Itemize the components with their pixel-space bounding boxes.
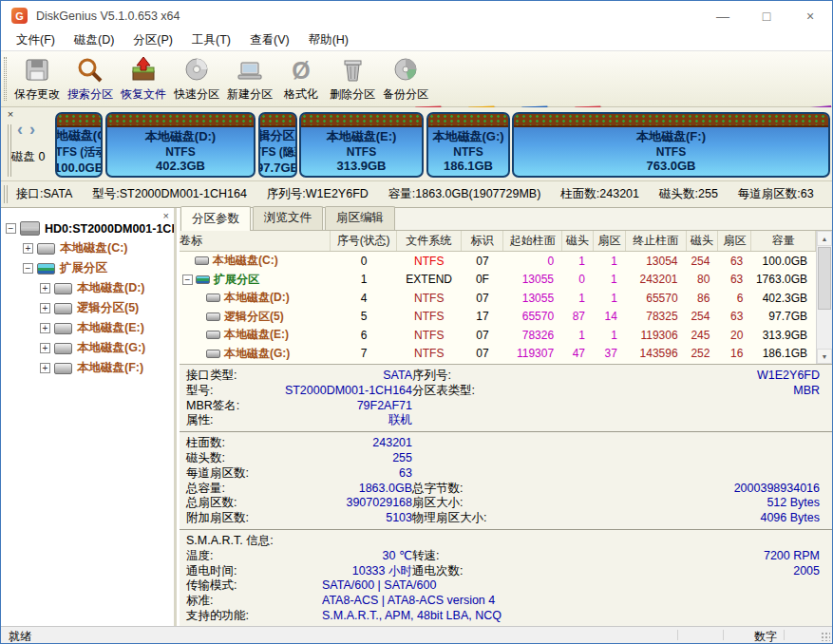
disk-graph-panel: × ‹› 磁盘 0 本地磁盘(C:)NTFS (活动)100.0GB 本地磁盘(… (1, 107, 832, 181)
tree-node-e[interactable]: + 本地磁盘(E:) (6, 318, 174, 338)
disk-icon (20, 221, 40, 236)
partition-icon (206, 294, 220, 302)
partition-type-strip (514, 114, 828, 127)
partition-icon (37, 243, 55, 255)
tree-panel: × − HD0:ST2000DM001-1CH164 + 本地磁盘(C:) − … (1, 208, 177, 626)
details-geometry-section: 柱面数:243201 磁头数:255 每道扇区数:63 总容量:1863.0GB… (180, 432, 832, 530)
partition-block-g[interactable]: 本地磁盘(G:)NTFS186.1GB (426, 112, 510, 178)
tree-node-disk0[interactable]: − HD0:ST2000DM001-1CH164 (6, 218, 174, 238)
save-icon (23, 56, 51, 85)
menu-view[interactable]: 查看(V) (240, 32, 299, 48)
tab-browse-files[interactable]: 浏览文件 (253, 206, 323, 230)
table-row[interactable]: 本地磁盘(D:) 4NTFS 0713055 11 6557086 6402.3… (180, 289, 816, 308)
partition-block-f[interactable]: 本地磁盘(F:)NTFS763.0GB (512, 112, 830, 178)
recover-files-button[interactable]: 恢复文件 (117, 52, 170, 105)
expand-icon[interactable]: + (40, 283, 50, 294)
expand-icon[interactable]: + (23, 243, 33, 254)
status-bar: 就绪 数字 (1, 626, 832, 643)
partition-icon (54, 343, 72, 354)
disk-model: 型号:ST2000DM001-1CH164 (92, 186, 247, 202)
partition-icon (195, 256, 209, 265)
table-row[interactable]: 本地磁盘(E:) 6NTFS 0778326 11 119306245 2031… (180, 326, 816, 345)
disk-info-strip: 接口:SATA 型号:ST2000DM001-1CH164 序列号:W1E2Y6… (1, 181, 832, 208)
disk-number-label: 磁盘 0 (11, 149, 45, 165)
partition-icon (206, 350, 220, 358)
partition-type-strip (107, 114, 254, 127)
partition-type-strip (301, 114, 422, 127)
partition-table: 卷标序号(状态) 文件系统标识 起始柱面磁头 扇区终止柱面 磁头扇区 容量 本地… (180, 231, 816, 364)
partition-icon (206, 313, 220, 321)
status-separator (784, 630, 785, 640)
toolbar-grip[interactable] (4, 57, 7, 101)
menu-disk[interactable]: 磁盘(D) (65, 32, 123, 48)
table-scrollbar[interactable]: ▲ ▼ (816, 231, 832, 364)
minimize-button[interactable]: — (701, 1, 745, 30)
menu-partition[interactable]: 分区(P) (123, 32, 182, 48)
format-button[interactable]: Ø 格式化 (276, 52, 326, 105)
menu-help[interactable]: 帮助(H) (299, 32, 358, 48)
table-row[interactable]: 逻辑分区(5) 5NTFS 1765570 8714 78325254 6397… (180, 308, 816, 327)
tree-node-g[interactable]: + 本地磁盘(G:) (6, 338, 174, 358)
search-partition-button[interactable]: 搜索分区 (64, 52, 117, 105)
resize-grip[interactable] (821, 632, 830, 641)
maximize-button[interactable]: □ (745, 1, 788, 30)
status-separator (677, 630, 678, 640)
disk-nav-arrows[interactable]: ‹› (17, 120, 42, 140)
partition-type-strip (260, 114, 295, 127)
tree-node-logical5[interactable]: + 逻辑分区(5) (6, 298, 174, 318)
collapse-icon[interactable]: − (182, 275, 193, 285)
table-row[interactable]: 本地磁盘(G:) 7NTFS 07119307 4737 143596252 1… (180, 345, 816, 364)
menu-bar: 文件(F) 磁盘(D) 分区(P) 工具(T) 查看(V) 帮助(H) (1, 30, 832, 51)
save-changes-button[interactable]: 保存更改 (10, 52, 64, 105)
partition-block-d[interactable]: 本地磁盘(D:)NTFS402.3GB (105, 112, 256, 178)
disk-serial: 序列号:W1E2Y6FD (267, 186, 369, 202)
status-text: 就绪 (9, 629, 31, 644)
smart-title: S.M.A.R.T. 信息: (186, 534, 832, 549)
table-row[interactable]: −扩展分区 1EXTEND 0F13055 01 24320180 631763… (180, 271, 816, 290)
tab-sector-edit[interactable]: 扇区编辑 (325, 206, 395, 230)
format-icon: Ø (292, 56, 310, 85)
tree-node-d[interactable]: + 本地磁盘(D:) (6, 278, 174, 298)
expand-icon[interactable]: + (40, 363, 50, 373)
scroll-up-icon[interactable]: ▲ (817, 231, 832, 246)
disk-details: 接口类型:SATA序列号:W1E2Y6FD 型号:ST2000DM001-1CH… (180, 364, 832, 626)
table-row[interactable]: 本地磁盘(C:) 0NTFS 070 11 13054254 63100.0GB (180, 252, 816, 271)
menu-tools[interactable]: 工具(T) (182, 32, 240, 48)
new-partition-button[interactable]: 新建分区 (223, 52, 276, 105)
disk-capacity: 容量:1863.0GB(1907729MB) (388, 186, 541, 202)
expand-icon[interactable]: + (40, 323, 50, 333)
recover-icon (129, 56, 158, 85)
trash-icon (338, 56, 367, 85)
close-button[interactable]: × (788, 1, 832, 30)
diskgenius-window: G DiskGenius V5.1.0.653 x64 — □ × 文件(F) … (0, 0, 833, 644)
scroll-down-icon[interactable]: ▼ (817, 349, 832, 364)
disk-sectors-per-track: 每道扇区数:63 (738, 186, 814, 202)
diskinfo-grip[interactable] (4, 185, 8, 203)
panel-close-icon[interactable]: × (4, 107, 17, 121)
delete-partition-button[interactable]: 删除分区 (326, 52, 379, 105)
details-smart-section: S.M.A.R.T. 信息: 温度:30 ℃转速:7200 RPM 通电时间:1… (180, 530, 832, 626)
title-bar: G DiskGenius V5.1.0.653 x64 — □ × (1, 1, 832, 30)
partition-type-strip (57, 114, 101, 127)
tab-bar: 分区参数 浏览文件 扇区编辑 (180, 210, 832, 231)
collapse-icon[interactable]: − (23, 263, 33, 274)
partition-block-5[interactable]: 逻辑分区(5)NTFS (隐藏)97.7GB (258, 112, 297, 178)
expand-icon[interactable]: + (40, 343, 50, 353)
laptop-icon (236, 56, 264, 85)
disc-icon (182, 56, 211, 85)
tree-node-f[interactable]: + 本地磁盘(F:) (6, 358, 174, 378)
extended-partition-icon (37, 263, 55, 275)
expand-icon[interactable]: + (40, 303, 50, 313)
partition-block-e[interactable]: 本地磁盘(E:)NTFS313.9GB (299, 112, 424, 178)
quick-partition-button[interactable]: 快速分区 (170, 52, 223, 105)
scroll-thumb[interactable] (818, 247, 831, 310)
partition-block-c[interactable]: 本地磁盘(C:)NTFS (活动)100.0GB (55, 112, 103, 178)
backup-partition-button[interactable]: 备份分区 (379, 52, 432, 105)
tab-partition-params[interactable]: 分区参数 (180, 206, 251, 231)
partition-icon (54, 323, 72, 334)
collapse-icon[interactable]: − (6, 223, 16, 234)
tree-node-c[interactable]: + 本地磁盘(C:) (6, 238, 174, 258)
tree-node-extended[interactable]: − 扩展分区 (6, 258, 174, 278)
partition-icon (54, 303, 72, 314)
menu-file[interactable]: 文件(F) (7, 32, 65, 48)
